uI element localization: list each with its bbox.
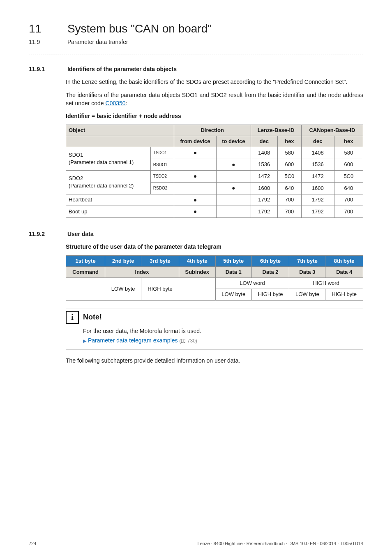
cell-to bbox=[217, 206, 251, 218]
cell-hex: 580 bbox=[278, 147, 302, 159]
col-hex: hex bbox=[278, 136, 302, 147]
cell-highword: HIGH word bbox=[289, 278, 363, 289]
col-byte: 5th byte bbox=[215, 255, 251, 266]
cell-dec: 1792 bbox=[251, 194, 278, 206]
sub-heading: Structure of the user data of the parame… bbox=[66, 243, 363, 251]
cell-dec: 1408 bbox=[251, 147, 278, 159]
cell-from: ● bbox=[174, 147, 216, 159]
cell-hex: 5C0 bbox=[278, 171, 302, 183]
chapter-header: 11 System bus "CAN on board" bbox=[29, 21, 363, 37]
note-link[interactable]: Parameter data telegram examples bbox=[88, 337, 178, 344]
triangle-icon: ▶ bbox=[83, 338, 86, 343]
col-dec: dec bbox=[251, 136, 278, 147]
cell-dec: 1472 bbox=[301, 171, 334, 183]
col-object: Object bbox=[66, 125, 174, 136]
cell-from: ● bbox=[174, 206, 216, 218]
subsection-number: 11.9.2 bbox=[29, 230, 66, 238]
book-icon: (🕮 bbox=[179, 338, 187, 344]
cell-object: SDO2(Parameter data channel 2) bbox=[66, 171, 151, 194]
paragraph: In the Lenze setting, the basic identifi… bbox=[66, 78, 363, 86]
cell-tag: RSDO1 bbox=[150, 159, 174, 171]
cell-hex: 700 bbox=[334, 194, 363, 206]
table-row: SDO2(Parameter data channel 2) TSDO2 ● 1… bbox=[66, 171, 363, 183]
code-link[interactable]: C00350 bbox=[106, 100, 126, 106]
col-canopen: CANopen-Base-ID bbox=[301, 125, 363, 136]
cell-dec: 1600 bbox=[251, 182, 278, 194]
cell-from bbox=[174, 159, 216, 171]
col-byte: 2nd byte bbox=[105, 255, 141, 266]
cell-command: Command bbox=[66, 267, 105, 278]
note-line: For the user data, the Motorola format i… bbox=[83, 327, 363, 335]
cell-lowbyte: LOW byte bbox=[289, 289, 325, 300]
cell-hex: 600 bbox=[278, 159, 302, 171]
col-byte: 6th byte bbox=[251, 255, 289, 266]
cell-dec: 1536 bbox=[251, 159, 278, 171]
divider bbox=[29, 55, 363, 55]
cell-dec: 1600 bbox=[301, 182, 334, 194]
cell-to: ● bbox=[217, 159, 251, 171]
cell-to: ● bbox=[217, 182, 251, 194]
cell-data1: Data 1 bbox=[215, 267, 251, 278]
cell-to bbox=[217, 147, 251, 159]
text: : bbox=[126, 100, 127, 106]
cell-hex: 700 bbox=[278, 206, 302, 218]
table-row: Heartbeat ● 1792 700 1792 700 bbox=[66, 194, 363, 206]
cell-lowword: LOW word bbox=[215, 278, 289, 289]
cell-hex: 580 bbox=[334, 147, 363, 159]
userdata-table: 1st byte 2nd byte 3rd byte 4th byte 5th … bbox=[66, 255, 363, 301]
cell-hex: 640 bbox=[278, 182, 302, 194]
cell-object: Boot-up bbox=[66, 206, 174, 218]
cell-subindex: Subindex bbox=[179, 267, 215, 278]
cell-hex: 5C0 bbox=[334, 171, 363, 183]
col-direction: Direction bbox=[174, 125, 251, 136]
col-to: to device bbox=[217, 136, 251, 147]
cell-dec: 1792 bbox=[301, 206, 334, 218]
cell-hex: 700 bbox=[334, 206, 363, 218]
section-title: Parameter data transfer bbox=[67, 39, 128, 45]
chapter-number: 11 bbox=[29, 21, 66, 37]
cell-from bbox=[174, 182, 216, 194]
section-number: 11.9 bbox=[29, 38, 66, 46]
subsection-heading: 11.9.1 Identifiers of the parameter data… bbox=[29, 65, 363, 74]
cell-data3: Data 3 bbox=[289, 267, 325, 278]
col-byte: 1st byte bbox=[66, 255, 105, 266]
info-icon: i bbox=[66, 311, 79, 324]
col-byte: 4th byte bbox=[179, 255, 215, 266]
cell-tag: TSDO2 bbox=[150, 171, 174, 183]
cell-from: ● bbox=[174, 171, 216, 183]
subsection-title: Identifiers of the parameter data object… bbox=[67, 66, 177, 72]
table-row: SDO1(Parameter data channel 1) TSDO1 ● 1… bbox=[66, 147, 363, 159]
cell-tag: RSDO2 bbox=[150, 182, 174, 194]
cell-dec: 1408 bbox=[301, 147, 334, 159]
cell-tag: TSDO1 bbox=[150, 147, 174, 159]
cell-hex: 700 bbox=[278, 194, 302, 206]
table-row: Boot-up ● 1792 700 1792 700 bbox=[66, 206, 363, 218]
col-dec: dec bbox=[301, 136, 334, 147]
cell-highbyte: HIGH byte bbox=[141, 278, 179, 300]
chapter-title: System bus "CAN on board" bbox=[67, 22, 212, 35]
subsection-number: 11.9.1 bbox=[29, 65, 66, 74]
cell-to bbox=[217, 171, 251, 183]
cell-highbyte: HIGH byte bbox=[251, 289, 289, 300]
col-byte: 8th byte bbox=[325, 255, 363, 266]
cell-dec: 1792 bbox=[251, 206, 278, 218]
col-byte: 7th byte bbox=[289, 255, 325, 266]
cell-hex: 640 bbox=[334, 182, 363, 194]
col-byte: 3rd byte bbox=[141, 255, 179, 266]
formula-heading: Identifier = basic identifier + node add… bbox=[66, 112, 363, 120]
identifier-table: Object Direction Lenze-Base-ID CANopen-B… bbox=[66, 125, 363, 218]
cell-index: Index bbox=[105, 267, 179, 278]
cell-to bbox=[217, 194, 251, 206]
subsection-heading: 11.9.2 User data bbox=[29, 230, 363, 238]
cell-lowbyte: LOW byte bbox=[105, 278, 141, 300]
subsection-title: User data bbox=[67, 231, 94, 237]
section-header: 11.9 Parameter data transfer bbox=[29, 38, 363, 46]
note-box: i Note! For the user data, the Motorola … bbox=[66, 308, 363, 349]
paragraph: The identifiers of the parameter data ob… bbox=[66, 91, 363, 107]
page-ref: 730 bbox=[187, 338, 196, 344]
cell-data4: Data 4 bbox=[325, 267, 363, 278]
col-lenze: Lenze-Base-ID bbox=[251, 125, 301, 136]
cell-dec: 1536 bbox=[301, 159, 334, 171]
cell-object: Heartbeat bbox=[66, 194, 174, 206]
col-hex: hex bbox=[334, 136, 363, 147]
